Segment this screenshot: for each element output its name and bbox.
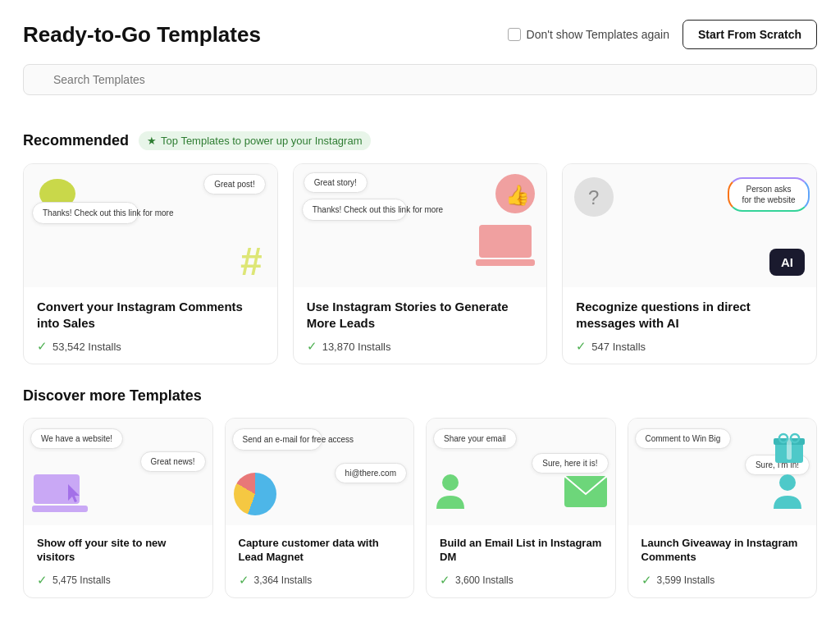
installs-text-5: 3,364 Installs <box>254 574 313 586</box>
header-row: Ready-to-Go Templates Don't show Templat… <box>23 20 817 49</box>
card-image-7: Comment to Win Big Sure, I'm in! <box>628 419 817 525</box>
installs-row-7: ✓ 3,599 Installs <box>641 573 804 588</box>
bubble-thanks-link: Thanks! Check out this link for more <box>32 202 139 224</box>
template-card-show-site[interactable]: We have a website! Great news! Sh <box>23 418 213 598</box>
installs-row-6: ✓ 3,600 Installs <box>440 573 602 588</box>
dont-show-label[interactable]: Don't show Templates again <box>508 28 669 41</box>
installs-row-2: ✓ 13,870 Installs <box>307 339 534 354</box>
bubble-email-address: hi@there.com <box>335 463 407 483</box>
card-body-2: Use Instagram Stories to Generate More L… <box>294 287 547 364</box>
pie-chart-icon <box>234 473 276 515</box>
bubble-sure-here: Sure, here it is! <box>532 453 608 474</box>
recommended-section-header: Recommended ★ Top Templates to power up … <box>23 131 817 150</box>
bubble-great-story: Great story! <box>304 172 368 193</box>
card-title-4: Show off your site to new visitors <box>37 537 199 565</box>
template-card-giveaway[interactable]: Comment to Win Big Sure, I'm in! <box>628 418 818 598</box>
person-teal-icon <box>772 473 803 514</box>
checkmark-icon-5: ✓ <box>239 573 249 588</box>
installs-text-6: 3,600 Installs <box>455 574 514 586</box>
hashtag-icon: # <box>240 239 262 284</box>
gift-icon <box>770 427 808 468</box>
discover-cards-row: We have a website! Great news! Sh <box>23 418 817 598</box>
card-title-7: Launch Giveaway in Instagram Comments <box>641 537 804 565</box>
installs-text-7: 3,599 Installs <box>657 574 715 586</box>
card-title-3: Recognize questions in direct messages w… <box>576 299 803 331</box>
recommended-badge: ★ Top Templates to power up your Instagr… <box>139 131 370 150</box>
card-body-7: Launch Giveaway in Instagram Comments ✓ … <box>628 525 817 597</box>
discover-title: Discover more Templates <box>23 387 202 405</box>
star-icon: ★ <box>147 135 157 147</box>
installs-text-2: 13,870 Installs <box>322 341 391 353</box>
checkmark-icon-6: ✓ <box>440 573 450 588</box>
card-title-5: Capture customer data with Lead Magnet <box>239 537 401 565</box>
ai-box: AI <box>769 249 805 276</box>
svg-marker-12 <box>68 484 80 502</box>
installs-row-5: ✓ 3,364 Installs <box>239 573 401 588</box>
card-image-3: ? Person asks for the website AI <box>563 164 816 287</box>
search-input[interactable] <box>23 64 817 95</box>
card-image-2: 👍 Great story! Thanks! Check out this li… <box>294 164 547 287</box>
bubble-share-email: Share your email <box>433 428 517 449</box>
card-image-5: Send an e-mail for free access hi@there.… <box>226 419 414 525</box>
card-image-1: Great post! Thanks! Check out this link … <box>24 164 277 287</box>
svg-text:👍: 👍 <box>505 183 530 207</box>
svg-point-20 <box>779 474 796 491</box>
template-card-instagram-stories[interactable]: 👍 Great story! Thanks! Check out this li… <box>293 163 548 364</box>
cursor-icon <box>68 484 83 507</box>
svg-text:?: ? <box>588 186 599 208</box>
person-silhouette-icon <box>435 473 466 514</box>
checkmark-icon-1: ✓ <box>37 339 48 354</box>
header-right: Don't show Templates again Start From Sc… <box>508 20 817 49</box>
card-image-4: We have a website! Great news! <box>24 419 212 525</box>
dont-show-text: Don't show Templates again <box>527 28 669 41</box>
bubble-comment-win: Comment to Win Big <box>635 428 732 449</box>
checkmark-icon-4: ✓ <box>37 573 48 588</box>
recommended-badge-text: Top Templates to power up your Instagram <box>161 135 362 147</box>
card-title-2: Use Instagram Stories to Generate More L… <box>307 299 534 331</box>
installs-row-3: ✓ 547 Installs <box>576 339 803 354</box>
question-icon: ? <box>573 176 615 222</box>
card-body-6: Build an Email List in Instagram DM ✓ 3,… <box>427 525 615 597</box>
card-body-1: Convert your Instagram Comments into Sal… <box>24 287 277 364</box>
page-title: Ready-to-Go Templates <box>23 22 261 48</box>
bubble-person-asks: Person asks for the website <box>728 177 810 212</box>
bubble-thanks-stories: Thanks! Check out this link for more <box>302 199 407 221</box>
installs-text-4: 5,475 Installs <box>52 574 111 586</box>
template-card-lead-magnet[interactable]: Send an e-mail for free access hi@there.… <box>225 418 415 598</box>
template-card-email-list[interactable]: Share your email Sure, here it is! <box>426 418 616 598</box>
template-card-instagram-comments[interactable]: Great post! Thanks! Check out this link … <box>23 163 278 364</box>
thumbs-up-icon: 👍 <box>494 172 536 218</box>
recommended-cards-row: Great post! Thanks! Check out this link … <box>23 163 817 364</box>
svg-rect-7 <box>476 259 535 266</box>
card-title-1: Convert your Instagram Comments into Sal… <box>37 299 264 331</box>
svg-rect-6 <box>479 225 532 258</box>
discover-section-header: Discover more Templates <box>23 387 817 405</box>
card-body-5: Capture customer data with Lead Magnet ✓… <box>226 525 414 597</box>
card-title-6: Build an Email List in Instagram DM <box>440 537 602 565</box>
bubble-great-post: Great post! <box>203 174 265 195</box>
card-body-4: Show off your site to new visitors ✓ 5,4… <box>24 525 212 597</box>
bubble-send-email: Send an e-mail for free access <box>232 428 322 451</box>
dont-show-checkbox[interactable] <box>508 28 521 41</box>
bubble-great-news: Great news! <box>140 451 206 472</box>
checkmark-icon-7: ✓ <box>641 573 652 588</box>
card-body-3: Recognize questions in direct messages w… <box>563 287 816 364</box>
installs-row-4: ✓ 5,475 Installs <box>37 573 199 588</box>
installs-text-1: 53,542 Installs <box>52 341 121 353</box>
card-image-6: Share your email Sure, here it is! <box>427 419 615 525</box>
recommended-title: Recommended <box>23 132 129 149</box>
installs-row-1: ✓ 53,542 Installs <box>37 339 264 354</box>
laptop-icon <box>476 225 535 269</box>
template-card-ai-messages[interactable]: ? Person asks for the website AI Recogni… <box>562 163 817 364</box>
bubble-we-have-website: We have a website! <box>30 428 123 449</box>
start-from-scratch-button[interactable]: Start From Scratch <box>682 20 817 49</box>
svg-point-13 <box>442 474 459 491</box>
search-wrapper <box>23 64 817 113</box>
envelope-icon <box>564 476 607 510</box>
checkmark-icon-3: ✓ <box>576 339 587 354</box>
checkmark-icon-2: ✓ <box>307 339 317 354</box>
installs-text-3: 547 Installs <box>591 341 646 353</box>
